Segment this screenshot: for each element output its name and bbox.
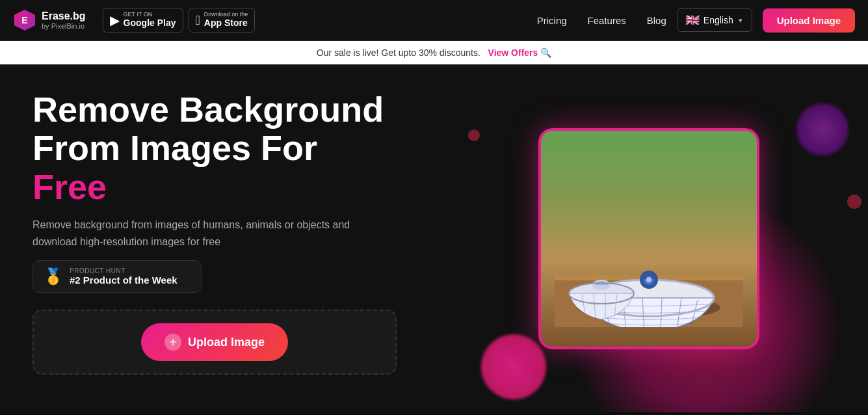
upload-image-button-hero[interactable]: + Upload Image bbox=[141, 323, 288, 361]
view-offers-link[interactable]: View Offers bbox=[488, 47, 538, 58]
nav-blog[interactable]: Blog bbox=[647, 15, 666, 26]
upload-drop-area[interactable]: + Upload Image bbox=[33, 310, 397, 375]
svg-text:E: E bbox=[21, 15, 27, 25]
apple-icon:  bbox=[196, 13, 200, 28]
hero-title-line2: From Images For bbox=[33, 128, 317, 167]
product-hunt-label: PRODUCT HUNT bbox=[70, 267, 178, 274]
blob-purple bbox=[796, 103, 848, 155]
blob-pink-small bbox=[481, 334, 546, 399]
hero-image-card bbox=[538, 128, 759, 349]
hero-title-free: Free bbox=[33, 167, 107, 206]
google-play-icon: ▶ bbox=[110, 12, 120, 28]
chevron-down-icon: ▼ bbox=[737, 17, 744, 24]
logo-title: Erase.bg bbox=[42, 10, 86, 22]
announcement-bar: Our sale is live! Get upto 30% discounts… bbox=[0, 41, 868, 64]
language-label: English bbox=[704, 15, 733, 25]
dot-dark-1 bbox=[468, 129, 480, 141]
nav-features[interactable]: Features bbox=[588, 15, 626, 26]
app-badges: ▶ GET IT ON Google Play  Download on th… bbox=[103, 8, 256, 32]
svg-point-22 bbox=[646, 277, 651, 282]
app-store-badge[interactable]:  Download on the App Store bbox=[189, 8, 256, 32]
bowl-scene bbox=[541, 131, 757, 347]
product-hunt-badge: 🥇 PRODUCT HUNT #2 Product of the Week bbox=[33, 260, 202, 293]
hero-subtitle: Remove background from images of humans,… bbox=[33, 217, 371, 250]
logo-text: Erase.bg by PixelBin.io bbox=[42, 10, 86, 30]
nav-links: Pricing Features Blog bbox=[537, 15, 666, 26]
logo-icon: E bbox=[13, 8, 36, 32]
google-play-badge[interactable]: ▶ GET IT ON Google Play bbox=[103, 8, 183, 32]
announcement-emoji: 🔍 bbox=[540, 47, 551, 58]
upload-btn-label: Upload Image bbox=[188, 336, 265, 349]
hero-right bbox=[429, 64, 868, 412]
hero-title: Remove Background From Images For Free bbox=[33, 90, 397, 206]
svg-point-25 bbox=[646, 271, 651, 276]
announcement-text: Our sale is live! Get upto 30% discounts… bbox=[317, 47, 480, 58]
hero-section: Remove Background From Images For Free R… bbox=[0, 64, 868, 412]
nav-pricing[interactable]: Pricing bbox=[537, 15, 567, 26]
language-selector[interactable]: 🇬🇧 English ▼ bbox=[677, 8, 752, 32]
hero-left: Remove Background From Images For Free R… bbox=[0, 64, 429, 412]
hero-title-line1: Remove Background bbox=[33, 90, 384, 129]
plus-icon: + bbox=[164, 334, 181, 351]
navbar: E Erase.bg by PixelBin.io ▶ GET IT ON Go… bbox=[0, 0, 868, 41]
product-hunt-value: #2 Product of the Week bbox=[70, 274, 178, 286]
app-store-text: Download on the App Store bbox=[204, 12, 248, 28]
flag-icon: 🇬🇧 bbox=[685, 13, 700, 27]
product-hunt-text: PRODUCT HUNT #2 Product of the Week bbox=[70, 267, 178, 286]
dot-dark-2 bbox=[847, 194, 861, 209]
logo-sub: by PixelBin.io bbox=[42, 22, 86, 30]
upload-image-button-nav[interactable]: Upload Image bbox=[763, 8, 855, 33]
svg-point-24 bbox=[651, 274, 656, 279]
google-play-text: GET IT ON Google Play bbox=[124, 12, 176, 28]
medal-icon: 🥇 bbox=[44, 267, 63, 286]
bowl-svg bbox=[555, 178, 743, 327]
logo[interactable]: E Erase.bg by PixelBin.io bbox=[13, 8, 86, 32]
svg-point-23 bbox=[642, 274, 647, 279]
